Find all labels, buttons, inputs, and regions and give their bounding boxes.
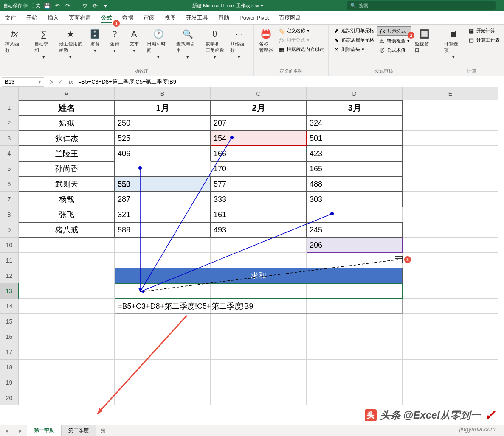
- insert-function-button[interactable]: fx插入函数: [3, 26, 26, 55]
- cell-C19[interactable]: [211, 375, 307, 390]
- cell-A2[interactable]: 嫦娥: [19, 115, 115, 131]
- row-header-15[interactable]: 15: [0, 314, 19, 329]
- save-icon[interactable]: 💾: [44, 2, 51, 9]
- col-header-D[interactable]: D: [307, 87, 403, 100]
- cell-A17[interactable]: [19, 344, 115, 360]
- calc-now-button[interactable]: ▦开始计算: [466, 26, 501, 35]
- cell-E14[interactable]: [403, 299, 498, 314]
- menu-view[interactable]: 视图: [160, 11, 181, 24]
- cell-B13[interactable]: [115, 283, 403, 299]
- redo-icon[interactable]: ↷: [64, 2, 71, 9]
- sheet-tab-q2[interactable]: 第二季度: [62, 425, 96, 436]
- cell-B19[interactable]: [115, 375, 211, 390]
- cell-E5[interactable]: [403, 161, 498, 176]
- math-button[interactable]: θ数学和 三角函数▾: [203, 26, 227, 61]
- menu-data[interactable]: 数据: [117, 11, 138, 24]
- tab-prev-icon[interactable]: ◄: [0, 428, 14, 434]
- cell-D20[interactable]: [307, 390, 403, 405]
- cell-A18[interactable]: [19, 360, 115, 375]
- logical-button[interactable]: ?逻辑▾: [105, 26, 124, 55]
- cell-C5[interactable]: 170: [211, 161, 307, 176]
- cell-B16[interactable]: [115, 329, 211, 344]
- sheet-tab-q1[interactable]: 第一季度: [27, 425, 62, 436]
- col-header-B[interactable]: B: [115, 87, 211, 100]
- lookup-button[interactable]: 🔍查找与引用▾: [174, 26, 202, 61]
- cell-B10[interactable]: [115, 238, 211, 253]
- cell-A13[interactable]: [19, 283, 115, 299]
- cell-A8[interactable]: 张飞: [19, 207, 115, 222]
- cell-D1[interactable]: 3月: [307, 100, 403, 115]
- cell-E9[interactable]: [403, 222, 498, 238]
- cell-B4[interactable]: 406: [115, 146, 211, 161]
- cell-C2[interactable]: 207: [211, 115, 307, 131]
- name-manager-button[interactable]: 📛名称 管理器: [256, 26, 276, 55]
- cell-C7[interactable]: 333: [211, 192, 307, 207]
- cell-E8[interactable]: [403, 207, 498, 222]
- undo-icon[interactable]: ↶: [54, 2, 61, 9]
- spreadsheet-grid[interactable]: ABCDE 1234567891011121314151617181920 姓名…: [0, 87, 504, 425]
- cell-A5[interactable]: 孙尚香: [19, 161, 115, 176]
- formula-input[interactable]: =B5+C3+D8+第二季度!C5+第二季度!B9: [76, 76, 504, 87]
- select-all-corner[interactable]: [0, 87, 19, 100]
- cell-E2[interactable]: [403, 115, 498, 131]
- remove-arrows-button[interactable]: ✕删除箭头 ▾: [331, 45, 376, 53]
- menu-formulas[interactable]: 公式1: [96, 11, 117, 24]
- cell-B11[interactable]: [115, 253, 211, 268]
- cell-E3[interactable]: [403, 131, 498, 146]
- cell-C4[interactable]: 166: [211, 146, 307, 161]
- name-box[interactable]: B13▾: [2, 77, 44, 87]
- menu-file[interactable]: 文件: [0, 11, 21, 24]
- cell-A14[interactable]: [19, 299, 115, 314]
- col-header-E[interactable]: E: [403, 87, 498, 100]
- cell-C11[interactable]: [211, 253, 307, 268]
- error-check-button[interactable]: ⚠错误检查 ▾: [377, 36, 411, 45]
- cell-B1[interactable]: 1月: [115, 100, 211, 115]
- row-header-5[interactable]: 5: [0, 161, 19, 176]
- cell-D5[interactable]: 165: [307, 161, 403, 176]
- cell-A16[interactable]: [19, 329, 115, 344]
- calc-sheet-button[interactable]: ▤计算工作表: [466, 36, 501, 44]
- cell-E6[interactable]: [403, 176, 498, 192]
- row-header-10[interactable]: 10: [0, 238, 19, 253]
- cell-D8[interactable]: 206: [307, 238, 403, 253]
- cell-A7[interactable]: 杨戬: [19, 192, 115, 207]
- cell-B7[interactable]: 287: [115, 192, 211, 207]
- recent-fn-button[interactable]: ★最近使用的 函数▾: [56, 26, 85, 61]
- cell-C8[interactable]: 161: [211, 207, 307, 222]
- cell-D19[interactable]: [307, 375, 403, 390]
- other-fn-button[interactable]: ⋯其他函数▾: [228, 26, 251, 61]
- menu-review[interactable]: 审阅: [138, 11, 160, 24]
- cell-E15[interactable]: [403, 314, 498, 329]
- qat-dropdown-icon[interactable]: ▾: [102, 2, 109, 9]
- cell-D3[interactable]: 501: [307, 131, 403, 146]
- cell-B18[interactable]: [115, 360, 211, 375]
- row-header-18[interactable]: 18: [0, 360, 19, 375]
- cell-E20[interactable]: [403, 390, 498, 405]
- cell-B20[interactable]: [115, 390, 211, 405]
- menu-powerpivot[interactable]: Power Pivot: [234, 11, 274, 24]
- cell-D15[interactable]: [307, 314, 403, 329]
- trace-precedents-button[interactable]: ⬈追踪引用单元格: [331, 26, 376, 35]
- row-header-14[interactable]: 14: [0, 299, 19, 314]
- text-button[interactable]: A文本▾: [125, 26, 144, 55]
- row-header-7[interactable]: 7: [0, 192, 19, 207]
- menu-insert[interactable]: 插入: [42, 11, 64, 24]
- menu-home[interactable]: 开始: [21, 11, 42, 24]
- row-header-13[interactable]: 13: [0, 283, 19, 299]
- cell-E1[interactable]: [403, 100, 498, 115]
- cell-A6[interactable]: 武则天: [19, 176, 115, 192]
- show-formulas-button[interactable]: ƒx显示公式2: [377, 26, 411, 36]
- menu-dev[interactable]: 开发工具: [181, 11, 213, 24]
- menu-help[interactable]: 帮助: [213, 11, 234, 24]
- watch-window-button[interactable]: 🔲监视窗口: [412, 26, 436, 55]
- autosave-toggle[interactable]: 自动保存 关: [3, 3, 40, 9]
- cell-C6[interactable]: 577: [211, 176, 307, 192]
- menu-baidu[interactable]: 百度网盘: [274, 11, 306, 24]
- eval-formula-button[interactable]: ㊝公式求值: [377, 46, 411, 54]
- row-header-1[interactable]: 1: [0, 100, 19, 115]
- cell-A9[interactable]: 猪八戒: [19, 222, 115, 238]
- cell-B6[interactable]: 513: [115, 176, 211, 192]
- cell-D18[interactable]: [307, 360, 403, 375]
- cell-C3[interactable]: 154: [211, 131, 307, 146]
- filter-icon[interactable]: ▽: [82, 2, 88, 9]
